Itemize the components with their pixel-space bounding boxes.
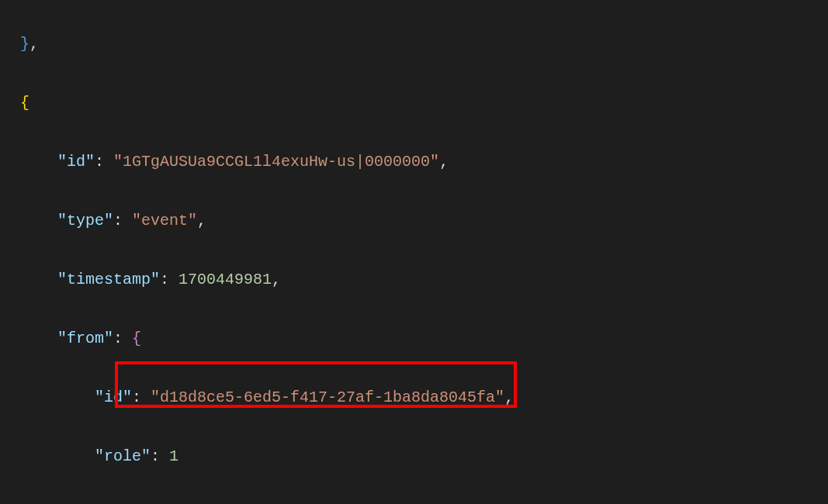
code-line: "from": { xyxy=(20,324,828,354)
json-key-from: "from" xyxy=(57,330,113,347)
code-line: { xyxy=(20,88,828,118)
brace-open: { xyxy=(132,330,141,347)
code-line: "role": 1 xyxy=(20,442,828,471)
json-key-type: "type" xyxy=(57,212,113,230)
json-key-id: "id" xyxy=(57,153,95,171)
json-key-from-role: "role" xyxy=(95,447,151,465)
json-val-timestamp: 1700449981 xyxy=(178,271,272,288)
json-key-timestamp: "timestamp" xyxy=(57,271,160,288)
code-editor[interactable]: }, { "id": "1GTgAUSUa9CCGL1l4exuHw-us|00… xyxy=(0,0,828,504)
code-line: "type": "event", xyxy=(20,206,828,236)
code-line: }, xyxy=(20,29,828,59)
brace-close: } xyxy=(20,35,29,53)
json-val-from-role: 1 xyxy=(169,447,178,465)
json-val-from-id: "d18d8ce5-6ed5-f417-27af-1ba8da8045fa" xyxy=(151,388,504,406)
brace-open: { xyxy=(20,94,29,112)
code-line: "id": "1GTgAUSUa9CCGL1l4exuHw-us|0000000… xyxy=(20,147,828,177)
code-line: }, xyxy=(20,501,828,504)
json-val-id: "1GTgAUSUa9CCGL1l4exuHw-us|0000000" xyxy=(113,153,439,171)
code-line: "id": "d18d8ce5-6ed5-f417-27af-1ba8da804… xyxy=(20,383,828,413)
json-val-type: "event" xyxy=(132,212,197,230)
json-key-from-id: "id" xyxy=(95,388,132,406)
code-line: "timestamp": 1700449981, xyxy=(20,265,828,295)
